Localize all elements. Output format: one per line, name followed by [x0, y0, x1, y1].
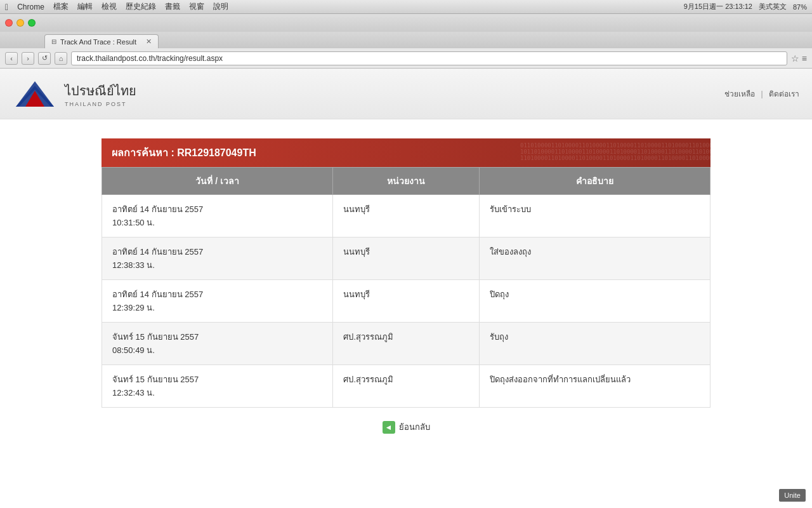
menu-chrome[interactable]: Chrome [17, 3, 44, 11]
menu-history[interactable]: 歷史紀錄 [126, 1, 156, 12]
cell-datetime: อาทิตย์ 14 กันยายน 255710:31:50 น. [102, 195, 333, 237]
back-label: ย้อนกลับ [399, 420, 430, 434]
url-input[interactable] [71, 51, 787, 65]
home-button[interactable]: ⌂ [55, 52, 67, 65]
table-row: จันทร์ 15 กันยายน 255708:50:49 น.ศป.สุวร… [102, 323, 710, 365]
back-link[interactable]: ◄ ย้อนกลับ [383, 420, 430, 434]
col-header-description: คำอธิบาย [479, 168, 710, 195]
cell-unit: นนทบุรี [333, 195, 479, 237]
header-links: ช่วยเหลือ | ติดต่อเรา [724, 88, 799, 100]
logo-area: ไปรษณีย์ไทย THAILAND POST [13, 78, 136, 110]
logo-thai-text: ไปรษณีย์ไทย [65, 81, 136, 101]
menu-window[interactable]: 視窗 [189, 1, 204, 12]
result-header-bar: ผลการค้นหา : RR129187049TH [102, 138, 710, 167]
cell-unit: ศป.สุวรรณภูมิ [333, 323, 479, 365]
mac-status-area: 9月15日週一 23:13:12 美式英文 87% [684, 2, 807, 11]
settings-icon[interactable]: ≡ [802, 53, 807, 64]
cell-datetime: อาทิตย์ 14 กันยายน 255712:38:33 น. [102, 237, 333, 280]
col-header-unit: หน่วยงาน [333, 168, 479, 195]
forward-icon: › [27, 55, 29, 62]
bookmark-icon[interactable]: ☆ [791, 53, 799, 64]
tab-favicon-icon: ⊟ [51, 38, 56, 45]
address-bar: ‹ › ↺ ⌂ ☆ ≡ [0, 48, 812, 69]
home-icon: ⌂ [59, 55, 63, 62]
cell-unit: นนทบุรี [333, 280, 479, 323]
cell-description: ปิดถุงส่งออกจากที่ทำการแลกเปลี่ยนแล้ว [479, 365, 710, 408]
logo-text-area: ไปรษณีย์ไทย THAILAND POST [65, 81, 136, 107]
cell-description: รับเข้าระบบ [479, 195, 710, 237]
browser-tab-active[interactable]: ⊟ Track And Trace : Result ✕ [44, 34, 159, 48]
cell-description: รับถุง [479, 323, 710, 365]
table-row: อาทิตย์ 14 กันยายน 255712:38:33 น.นนทบุร… [102, 237, 710, 280]
back-icon: ‹ [10, 55, 13, 62]
window-maximize-button[interactable] [28, 19, 36, 27]
locale-display: 美式英文 [759, 2, 787, 11]
table-header-row: วันที่ / เวลา หน่วยงาน คำอธิบาย [102, 168, 710, 195]
back-button-area: ◄ ย้อนกลับ [102, 420, 710, 434]
cell-unit: นนทบุรี [333, 237, 479, 280]
contact-link[interactable]: ติดต่อเรา [769, 90, 799, 98]
menu-view[interactable]: 檢視 [102, 1, 117, 12]
cell-datetime: อาทิตย์ 14 กันยายน 255712:39:29 น. [102, 280, 333, 323]
table-row: จันทร์ 15 กันยายน 255712:32:43 น.ศป.สุวร… [102, 365, 710, 408]
menu-edit[interactable]: 編輯 [77, 1, 93, 12]
logo-english-text: THAILAND POST [65, 101, 136, 107]
col-header-datetime: วันที่ / เวลา [102, 168, 333, 195]
main-area: ผลการค้นหา : RR129187049TH วันที่ / เวลา… [0, 119, 812, 453]
datetime-display: 9月15日週一 23:13:12 [684, 2, 752, 11]
apple-logo[interactable]:  [5, 2, 8, 12]
result-header-text: ผลการค้นหา : RR129187049TH [112, 145, 256, 161]
mac-menubar:  Chrome 檔案 編輯 檢視 歷史紀錄 書籤 視窗 說明 9月15日週一 … [0, 0, 812, 14]
logo-svg [13, 78, 57, 110]
table-row: อาทิตย์ 14 กันยายน 255710:31:50 น.นนทบุร… [102, 195, 710, 237]
menu-help[interactable]: 說明 [213, 1, 228, 12]
back-arrow-icon: ◄ [383, 421, 395, 434]
chrome-titlebar [0, 14, 812, 32]
page-content: ไปรษณีย์ไทย THAILAND POST ช่วยเหลือ | ติ… [0, 69, 812, 462]
table-row: อาทิตย์ 14 กันยายน 255712:39:29 น.นนทบุร… [102, 280, 710, 323]
cell-description: ปิดถุง [479, 280, 710, 323]
help-link[interactable]: ช่วยเหลือ [724, 90, 755, 98]
cell-description: ใส่ของลงถุง [479, 237, 710, 280]
cell-datetime: จันทร์ 15 กันยายน 255708:50:49 น. [102, 323, 333, 365]
back-button[interactable]: ‹ [5, 52, 18, 65]
window-controls[interactable] [5, 19, 36, 27]
site-header: ไปรษณีย์ไทย THAILAND POST ช่วยเหลือ | ติ… [0, 69, 812, 119]
window-minimize-button[interactable] [16, 19, 24, 27]
result-table: วันที่ / เวลา หน่วยงาน คำอธิบาย อาทิตย์ … [102, 167, 710, 408]
cell-datetime: จันทร์ 15 กันยายน 255712:32:43 น. [102, 365, 333, 408]
forward-button[interactable]: › [22, 52, 34, 65]
menu-file[interactable]: 檔案 [53, 1, 69, 12]
tab-close-button[interactable]: ✕ [146, 37, 152, 46]
cell-unit: ศป.สุวรรณภูมิ [333, 365, 479, 408]
window-close-button[interactable] [5, 19, 13, 27]
reload-icon: ↺ [42, 54, 48, 62]
chrome-window: ⊟ Track And Trace : Result ✕ ‹ › ↺ ⌂ ☆ ≡ [0, 14, 812, 69]
battery-display: 87% [793, 3, 807, 11]
reload-button[interactable]: ↺ [38, 52, 51, 65]
mac-menu-items:  Chrome 檔案 編輯 檢視 歷史紀錄 書籤 視窗 說明 [5, 1, 228, 12]
menu-bookmarks[interactable]: 書籤 [165, 1, 180, 12]
tab-bar: ⊟ Track And Trace : Result ✕ [0, 32, 812, 48]
tab-title-text: Track And Trace : Result [60, 38, 142, 46]
address-bar-icons: ☆ ≡ [791, 53, 807, 64]
